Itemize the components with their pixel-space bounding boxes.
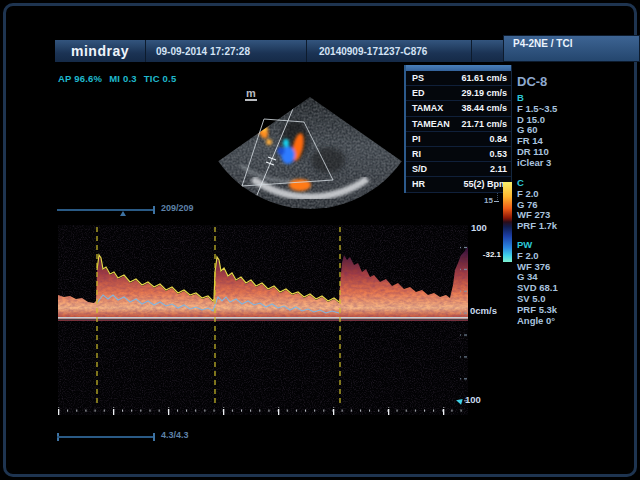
measurement-value: 38.44 cm/s: [461, 103, 507, 113]
measurement-label: HR: [412, 179, 425, 189]
baseline[interactable]: [58, 317, 468, 319]
measurement-label: S/D: [412, 164, 427, 174]
tic-value: TIC 0.5: [144, 73, 177, 84]
measurement-value: 0.53: [489, 149, 507, 159]
orientation-marker: m: [245, 88, 257, 101]
spectral-display[interactable]: [58, 225, 468, 415]
param-pw-frequency: F 2.0: [517, 251, 558, 262]
exam-id-display: 20140909-171237-C876: [307, 40, 472, 62]
cine-position-marker[interactable]: [120, 211, 126, 216]
velocity-max-label: 100: [471, 222, 487, 233]
measurement-value: 55(2) Bpm: [463, 179, 507, 189]
acoustic-power-readout: AP 96.6%MI 0.3TIC 0.5: [58, 73, 183, 84]
cine-track[interactable]: [57, 209, 154, 211]
param-b-iclear: iClear 3: [517, 158, 557, 169]
velocity-axis-ticks: [460, 229, 467, 405]
param-c-prf: PRF 1.7k: [517, 221, 557, 232]
bmode-display[interactable]: [200, 85, 430, 211]
measurement-label: TAMEAN: [412, 119, 450, 129]
measurement-row: HR55(2) Bpm: [406, 177, 511, 192]
measurement-label: RI: [412, 149, 421, 159]
color-velocity-scale: [503, 182, 512, 262]
measurement-value: 61.61 cm/s: [461, 73, 507, 83]
measurement-row: RI0.53: [406, 147, 511, 162]
mi-value: MI 0.3: [109, 73, 137, 84]
measurement-row: TAMEAN21.71 cm/s: [406, 117, 511, 132]
cine-track[interactable]: [57, 436, 154, 438]
depth-tick: [494, 201, 499, 202]
measurement-label: PS: [412, 73, 424, 83]
param-pw-angle: Angle 0°: [517, 316, 558, 327]
sidebar-section-pw: PW F 2.0 WF 376 G 34 SVD 68.1 SV 5.0 PRF…: [517, 240, 558, 326]
cine-end-cap: [153, 206, 155, 214]
measurement-row: PS61.61 cm/s: [406, 71, 511, 86]
measurement-label: TAMAX: [412, 103, 443, 113]
datetime-display: 09-09-2014 17:27:28: [146, 40, 307, 62]
measurement-label: ED: [412, 88, 425, 98]
param-c-frequency: F 2.0: [517, 189, 557, 200]
cine-time-scrollbar[interactable]: 4.3/4.3: [57, 430, 157, 442]
system-model-label: DC-8: [517, 74, 547, 89]
measurement-row: PI0.84: [406, 132, 511, 147]
parameter-sidebar: DC-8 B F 1.5~3.5 D 15.0 G 60 FR 14 DR 11…: [517, 0, 587, 480]
ultrasound-screen: { "top_bar": { "logo": "mindray", "datet…: [0, 0, 640, 480]
velocity-zero-label: 0cm/s: [470, 305, 497, 316]
sidebar-section-b: B F 1.5~3.5 D 15.0 G 60 FR 14 DR 110 iCl…: [517, 93, 557, 169]
measurement-results-panel: PS61.61 cm/s ED29.19 cm/s TAMAX38.44 cm/…: [404, 65, 512, 193]
measurement-value: 0.84: [489, 134, 507, 144]
mindray-logo: mindray: [55, 40, 146, 62]
cine-frame-scrollbar[interactable]: 209/209: [57, 203, 157, 215]
top-bar: mindray 09-09-2014 17:27:28 20140909-171…: [55, 40, 585, 62]
cine-frame-count: 209/209: [161, 203, 194, 213]
measurement-label: PI: [412, 134, 421, 144]
param-b-frequency: F 1.5~3.5: [517, 104, 557, 115]
depth-max-label: 15: [484, 196, 493, 205]
acoustic-power-value: AP 96.6%: [58, 73, 102, 84]
measurement-row: S/D2.11: [406, 162, 511, 177]
cine-end-cap: [153, 433, 155, 441]
measurement-row: ED29.19 cm/s: [406, 86, 511, 101]
measurement-row: TAMAX38.44 cm/s: [406, 101, 511, 116]
time-axis-major-ticks: [58, 407, 468, 415]
measurement-value: 2.11: [490, 164, 507, 174]
sidebar-section-c: C F 2.0 G 76 WF 273 PRF 1.7k: [517, 178, 557, 232]
measurement-value: 29.19 cm/s: [461, 88, 507, 98]
cine-time-count: 4.3/4.3: [161, 430, 189, 440]
velocity-min-label: 100: [465, 394, 481, 405]
measurement-value: 21.71 cm/s: [461, 119, 507, 129]
color-scale-min-label: -32.1: [478, 250, 501, 259]
param-pw-prf: PRF 5.3k: [517, 305, 558, 316]
